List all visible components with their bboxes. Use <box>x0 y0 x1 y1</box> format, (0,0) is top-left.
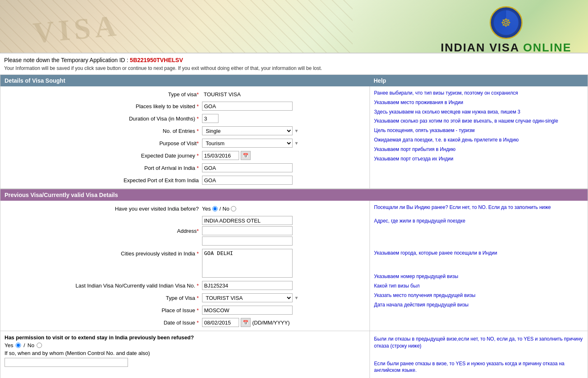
visa-section-body: Type of visa* TOURIST VISA Places likely… <box>0 86 588 188</box>
visa-no-label: Last Indian Visa No/Currently valid Indi… <box>0 283 202 289</box>
application-id: 5B221950TVHELSV <box>130 57 183 63</box>
header-logo-area: ☸ INDIAN VISA ONLINE Government of India <box>441 6 572 53</box>
refusal-yes-label: Yes <box>5 342 13 348</box>
entries-label: No. of Entries * <box>0 128 202 134</box>
duration-control <box>202 114 370 123</box>
purpose-label: Purpose of Visit* <box>0 140 202 146</box>
purpose-row: Purpose of Visit* Tourism Business Medic… <box>0 137 370 149</box>
visa-section-title: Details of Visa Sought <box>0 75 370 86</box>
port-arrival-control <box>202 163 370 172</box>
port-arrival-input[interactable] <box>202 163 293 172</box>
visited-before-no-radio[interactable] <box>231 206 236 211</box>
notice-area: Please note down the Temporary Applicati… <box>0 53 588 74</box>
port-exit-label: Expected Port of Exit from India <box>0 177 202 183</box>
visited-before-row: Have you ever visited India before? Yes … <box>0 203 370 214</box>
prev-type-of-visa-label: Type of Visa * <box>0 295 202 301</box>
place-of-issue-label: Place of Issue * <box>0 307 202 313</box>
address-line1-input[interactable] <box>202 216 293 225</box>
visa-help-column: Ранее выбирали, что тип визы туризм, поэ… <box>370 86 588 188</box>
address-row: Address* <box>0 214 370 247</box>
refusal-no-radio[interactable] <box>37 343 42 348</box>
india-emblem: ☸ <box>490 6 523 39</box>
prev-type-of-visa-control: TOURIST VISA BUSINESS VISA MEDICAL VISA … <box>202 293 370 302</box>
port-exit-row: Expected Port of Exit from India <box>0 174 370 186</box>
port-arrival-row: Port of Arrival in India * <box>0 162 370 174</box>
cities-control: GOA DELHI <box>202 249 370 278</box>
cities-textarea[interactable]: GOA DELHI <box>202 249 293 278</box>
date-of-issue-row: Date of Issue * 📅 (DD/MM/YYYY) <box>0 316 370 329</box>
expected-date-input[interactable] <box>202 151 239 160</box>
prev-type-of-visa-select[interactable]: TOURIST VISA BUSINESS VISA MEDICAL VISA <box>202 293 293 302</box>
visa-no-input[interactable] <box>202 281 293 290</box>
help-section-title: Help <box>370 75 588 86</box>
port-exit-control <box>202 176 370 185</box>
help-duration: Здесь указываем на сколько месяцев нам н… <box>374 107 583 117</box>
type-of-visa-value: TOURIST VISA <box>202 91 242 98</box>
purpose-select[interactable]: Tourism Business Medical Conference <box>202 139 293 148</box>
previous-visa-section-body: Have you ever visited India before? Yes … <box>0 201 588 331</box>
expected-date-calendar-button[interactable]: 📅 <box>241 151 251 160</box>
previous-visa-form-left: Have you ever visited India before? Yes … <box>0 201 370 331</box>
place-of-issue-input[interactable] <box>202 306 293 315</box>
help-expected-date: Ожидаемая дата поездки, т.е. в какой ден… <box>374 135 583 145</box>
ashoka-chakra-icon: ☸ <box>494 10 518 35</box>
places-visited-row: Places likely to be visited * <box>0 100 370 112</box>
slash-separator: / <box>219 206 221 212</box>
places-visited-input[interactable] <box>202 102 293 111</box>
help-visited-before: Посещали ли Вы Индию ранее? Если нет, то… <box>374 203 583 212</box>
cities-row: Cities previously visited in India * GOA… <box>0 247 370 279</box>
date-of-issue-label: Date of Issue * <box>0 320 202 326</box>
date-of-issue-control: 📅 (DD/MM/YYYY) <box>202 318 370 327</box>
type-of-visa-label: Type of visa* <box>0 91 202 97</box>
page-header: VISA ☸ INDIAN VISA ONLINE Government of … <box>0 0 588 53</box>
visa-section-header-row: Details of Visa Sought Help <box>0 75 588 86</box>
address-line2-input[interactable] <box>202 226 293 235</box>
expected-date-row: Expected Date journey * 📅 <box>0 149 370 162</box>
duration-input[interactable] <box>202 114 218 123</box>
refusal-form: Has permission to visit or to extend sta… <box>0 331 370 378</box>
help-address: Адрес, где жили в предыдущей поездке <box>374 216 583 226</box>
places-visited-label: Places likely to be visited * <box>0 103 202 109</box>
port-exit-input[interactable] <box>202 176 293 185</box>
refusal-title: Has permission to visit or to extend sta… <box>5 334 365 341</box>
refusal-detail-input[interactable] <box>5 358 128 367</box>
help-visa-no: Указываем номер предыдущей визы <box>374 272 583 281</box>
entries-row: No. of Entries * Single Double Multiple … <box>0 125 370 137</box>
refusal-yes-radio[interactable] <box>16 343 21 348</box>
address-line3-input[interactable] <box>202 237 293 246</box>
visa-details-section: Details of Visa Sought Help Type of visa… <box>0 74 588 189</box>
previous-visa-section: Previous Visa/Currently valid Visa Detai… <box>0 189 588 378</box>
help-prev-type-of-visa: Какой тип визы был <box>374 281 583 291</box>
refusal-slash: / <box>23 342 25 348</box>
prev-type-of-visa-row: Type of Visa * TOURIST VISA BUSINESS VIS… <box>0 292 370 304</box>
help-cities: Указываем города, которые ранее посещали… <box>374 248 583 258</box>
visited-before-control: Yes / No <box>202 206 370 212</box>
duration-label: Duration of Visa (in Months) * <box>0 116 202 122</box>
refusal-help-column: Были ли отказы в предыдущей визе,если не… <box>370 331 588 378</box>
places-visited-control <box>202 102 370 111</box>
info-notice: Your Information will be saved if you cl… <box>4 65 584 71</box>
help-entries: Указываем сколько раз хотим по этой визе… <box>374 116 583 126</box>
type-of-visa-control: TOURIST VISA <box>202 91 370 98</box>
date-of-issue-input[interactable] <box>202 318 239 327</box>
purpose-control: Tourism Business Medical Conference ▼ <box>202 139 370 148</box>
help-refusal-detail: Если были ранее отказы в визе, то YES и … <box>374 359 583 376</box>
no-label: No <box>223 206 230 212</box>
previous-visa-section-title: Previous Visa/Currently valid Visa Detai… <box>0 189 588 201</box>
previous-visa-help-column: Посещали ли Вы Индию ранее? Если нет, то… <box>370 201 588 331</box>
refusal-section: Has permission to visit or to extend sta… <box>0 331 588 378</box>
type-of-visa-row: Type of visa* TOURIST VISA <box>0 88 370 100</box>
entries-select[interactable]: Single Double Multiple <box>202 126 293 135</box>
address-label: Address* <box>0 228 202 234</box>
help-purpose: Цель посещения, опять указываем - туризм <box>374 126 583 135</box>
refusal-radio-row: Yes / No <box>5 342 365 348</box>
date-of-issue-calendar-button[interactable]: 📅 <box>241 318 251 327</box>
refusal-no-label: No <box>28 342 35 348</box>
visited-before-yes-radio[interactable] <box>212 206 218 211</box>
help-date-of-issue: Дата начала действия предыдущей визы <box>374 300 583 310</box>
help-places: Указываем место проживания в Индии <box>374 98 583 107</box>
expected-date-label: Expected Date journey * <box>0 153 202 159</box>
help-place-of-issue: Указать место получения предыдущей визы <box>374 291 583 300</box>
help-refusal: Были ли отказы в предыдущей визе,если не… <box>374 334 583 351</box>
place-of-issue-control <box>202 306 370 315</box>
